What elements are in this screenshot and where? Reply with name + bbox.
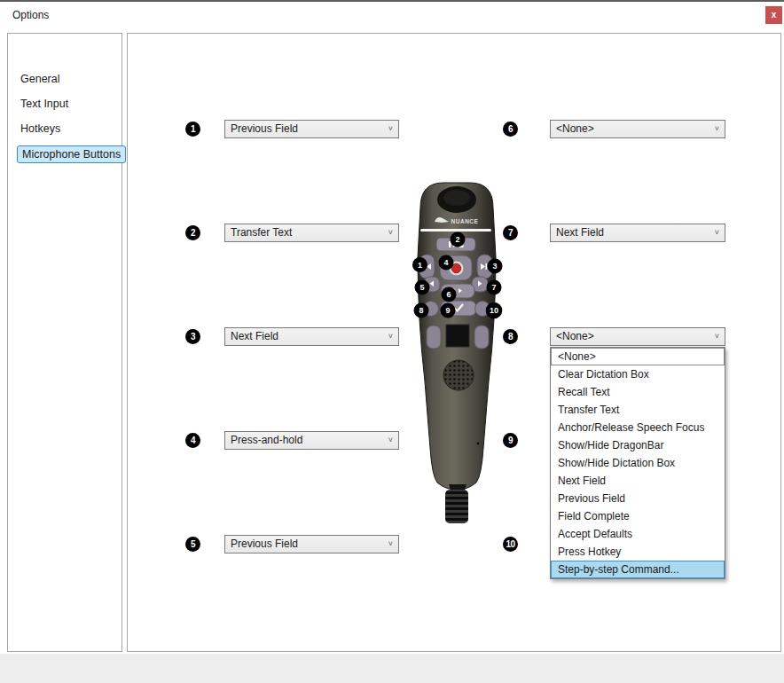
- mic-callout-6-label: 6: [446, 290, 451, 299]
- coiled-cable: [445, 490, 468, 523]
- button-1-action-select[interactable]: Previous Field˅: [224, 120, 399, 138]
- chevron-down-icon: ˅: [388, 536, 393, 553]
- button-10-badge: 10: [503, 537, 518, 552]
- options-dialog: Options x General Text Input Hotkeys Mic…: [0, 0, 784, 683]
- mic-callout-10-label: 10: [490, 306, 498, 315]
- dropdown-option-show-hide-dragonbar[interactable]: Show/Hide DragonBar: [551, 436, 725, 454]
- options-sidebar: General Text Input Hotkeys Microphone Bu…: [7, 33, 122, 652]
- mic-callout-4-label: 4: [443, 258, 448, 267]
- button-1-badge: 1: [185, 122, 200, 137]
- button-8-action-value: <None>: [556, 330, 594, 342]
- mic-callout-3-label: 3: [492, 262, 497, 271]
- mic-head-inner: [443, 190, 470, 206]
- dropdown-option-clear-dictation-box[interactable]: Clear Dictation Box: [551, 365, 725, 383]
- mic-callout-1-label: 1: [418, 261, 422, 270]
- dropdown-option-step-by-step-command[interactable]: Step-by-step Command...: [551, 561, 725, 578]
- button-6-badge: 6: [503, 122, 518, 137]
- dialog-footer: Apply All Close Restore Defaults: [0, 654, 784, 683]
- close-icon: x: [772, 10, 777, 20]
- button-7-action-select[interactable]: Next Field˅: [550, 224, 725, 242]
- button-3-badge: 3: [185, 329, 200, 344]
- button-5-action-select[interactable]: Previous Field˅: [224, 535, 399, 553]
- button-4-badge: 4: [185, 433, 200, 448]
- button-2-action-select[interactable]: Transfer Text˅: [224, 224, 399, 242]
- dropdown-option-recall-text[interactable]: Recall Text: [551, 383, 725, 401]
- chevron-down-icon: ˅: [388, 121, 393, 137]
- mic-scan-window: [446, 325, 469, 347]
- chevron-down-icon: ˅: [715, 121, 719, 137]
- button-4-action-value: Press-and-hold: [231, 434, 302, 446]
- brand-label: NUANCE: [451, 218, 479, 224]
- dropdown-option-show-hide-dictation-box[interactable]: Show/Hide Dictation Box: [551, 454, 725, 472]
- mic-side-wing-left: [427, 326, 441, 349]
- mic-button-3-glyph: [486, 263, 488, 270]
- close-window-button[interactable]: x: [765, 6, 782, 24]
- chevron-down-icon: ˅: [388, 224, 393, 241]
- dropdown-option-accept-defaults[interactable]: Accept Defaults: [551, 525, 725, 543]
- button-8-action-dropdown-list: <None> Clear Dictation Box Recall Text T…: [550, 347, 725, 579]
- dropdown-option-press-hotkey[interactable]: Press Hotkey: [551, 543, 725, 561]
- mic-callout-2-label: 2: [455, 235, 459, 244]
- mic-callout-7-label: 7: [491, 283, 496, 292]
- dropdown-option-previous-field[interactable]: Previous Field: [551, 490, 725, 507]
- sidebar-item-microphone-buttons[interactable]: Microphone Buttons: [17, 145, 126, 163]
- dropdown-option-field-complete[interactable]: Field Complete: [551, 507, 725, 525]
- window-title: Options: [12, 9, 49, 21]
- mic-callout-9-label: 9: [445, 306, 450, 315]
- dropdown-option-transfer-text[interactable]: Transfer Text: [551, 401, 725, 419]
- button-8-action-select[interactable]: <None>˅: [550, 327, 725, 346]
- button-5-action-value: Previous Field: [231, 538, 298, 550]
- dropdown-option-none[interactable]: <None>: [551, 348, 725, 365]
- button-6-action-value: <None>: [556, 122, 594, 135]
- title-bar: Options x: [0, 2, 784, 30]
- button-3-action-select[interactable]: Next Field˅: [224, 327, 399, 346]
- button-6-action-select[interactable]: <None>˅: [550, 120, 725, 138]
- mic-callout-5-label: 5: [419, 283, 424, 292]
- button-7-action-value: Next Field: [556, 226, 604, 239]
- mic-callout-8-label: 8: [419, 306, 423, 315]
- button-5-badge: 5: [185, 537, 200, 552]
- sidebar-item-hotkeys[interactable]: Hotkeys: [20, 122, 60, 135]
- speaker-grille: [443, 360, 474, 390]
- sidebar-item-text-input[interactable]: Text Input: [20, 98, 68, 110]
- button-2-badge: 2: [185, 225, 200, 240]
- mic-indicator-bar: [420, 229, 491, 232]
- chevron-down-icon: ˅: [715, 224, 719, 241]
- button-4-action-select[interactable]: Press-and-hold˅: [224, 431, 399, 450]
- dropdown-option-anchor-release-speech-focus[interactable]: Anchor/Release Speech Focus: [551, 419, 725, 436]
- chevron-down-icon: ˅: [388, 328, 393, 345]
- button-1-action-value: Previous Field: [231, 122, 298, 135]
- mic-side-wing-right: [474, 326, 489, 349]
- chevron-down-icon: ˅: [388, 432, 393, 449]
- chevron-down-icon: ˅: [715, 328, 719, 345]
- sidebar-item-general[interactable]: General: [20, 73, 59, 85]
- button-3-action-value: Next Field: [231, 330, 278, 342]
- button-2-action-value: Transfer Text: [231, 226, 292, 239]
- mic-pinhole: [477, 443, 480, 445]
- powermic-illustration: NUANCE: [399, 177, 514, 525]
- dropdown-option-next-field[interactable]: Next Field: [551, 472, 725, 490]
